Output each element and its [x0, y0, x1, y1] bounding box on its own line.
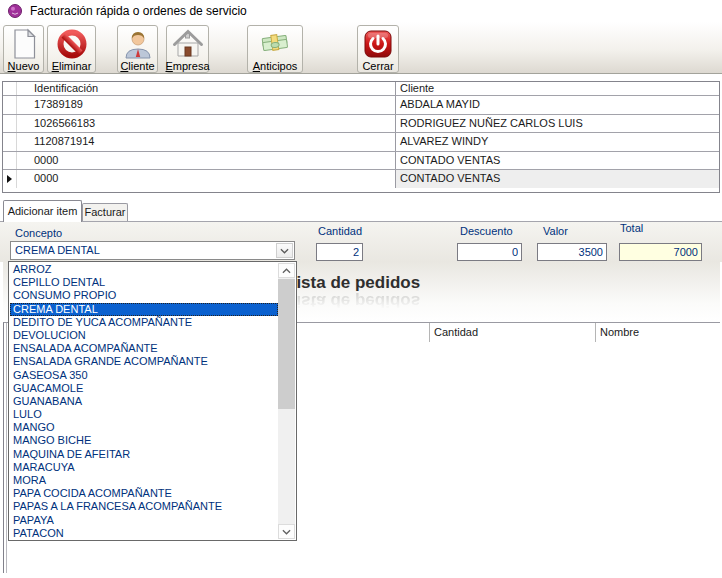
dropdown-option[interactable]: MANGO [10, 421, 278, 434]
pedidos-banner-title: Lista de pedidos [286, 273, 420, 293]
row-indicator-gutter [3, 115, 17, 133]
cell-cliente: ALVAREZ WINDY [396, 133, 719, 151]
dropdown-option[interactable]: CONSUMO PROPIO [10, 289, 278, 302]
dropdown-option[interactable]: MORA [10, 474, 278, 487]
table-row[interactable]: 17389189ABDALA MAYID [3, 95, 719, 114]
client-icon [122, 28, 154, 60]
dropdown-option[interactable]: PAPAYA [10, 514, 278, 527]
cell-identificacion: 1120871914 [17, 133, 396, 151]
pedidos-column-nombre: Nombre [595, 323, 720, 342]
title-bar: Facturación rápida o ordenes de servicio [0, 0, 722, 22]
column-header-cliente: Cliente [396, 82, 719, 95]
dropdown-option[interactable]: DEVOLUCION [10, 329, 278, 342]
anticipos-button[interactable]: Anticipos [247, 25, 303, 73]
current-row-arrow-icon [7, 175, 12, 183]
cliente-button[interactable]: Cliente [117, 25, 158, 73]
concepto-combobox-value: CREMA DENTAL [15, 244, 100, 256]
row-indicator-gutter [3, 133, 17, 151]
dropdown-option[interactable]: MANGO BICHE [10, 434, 278, 447]
scrollbar-thumb[interactable] [278, 279, 295, 409]
cell-cliente: CONTADO VENTAS [396, 152, 719, 170]
toolbar-button-label: Cliente [120, 60, 154, 72]
company-icon [172, 28, 204, 60]
dropdown-option[interactable]: ENSALADA GRANDE ACOMPAÑANTE [10, 355, 278, 368]
table-row[interactable]: 0000CONTADO VENTAS [3, 169, 719, 188]
pedidos-column-cantidad: Cantidad [429, 323, 595, 342]
cantidad-input[interactable] [316, 243, 363, 261]
dropdown-option[interactable]: CEPILLO DENTAL [10, 276, 278, 289]
dropdown-option[interactable]: MARACUYA [10, 461, 278, 474]
column-header-identificacion: Identificación [17, 82, 396, 95]
cell-identificacion: 1026566183 [17, 115, 396, 133]
clients-grid-rows: 17389189ABDALA MAYID1026566183RODRIGUEZ … [3, 95, 719, 188]
money-icon [259, 28, 291, 60]
concepto-combobox[interactable]: CREMA DENTAL [10, 241, 295, 260]
scroll-down-icon[interactable] [278, 524, 295, 539]
cell-cliente: ABDALA MAYID [396, 96, 719, 114]
window-title: Facturación rápida o ordenes de servicio [30, 4, 247, 18]
descuento-input[interactable] [457, 243, 522, 261]
power-icon [362, 28, 394, 60]
eliminar-button[interactable]: Eliminar [47, 25, 96, 73]
toolbar-button-label: Eliminar [52, 60, 92, 72]
chevron-down-icon[interactable] [276, 243, 293, 258]
clients-grid[interactable]: Identificación Cliente 17389189ABDALA MA… [2, 81, 720, 193]
table-row[interactable]: 1120871914ALVAREZ WINDY [3, 132, 719, 151]
descuento-label: Descuento [460, 225, 513, 237]
cerrar-button[interactable]: Cerrar [357, 25, 399, 73]
valor-input[interactable] [537, 243, 607, 261]
row-indicator-gutter [3, 170, 17, 188]
dropdown-option[interactable]: GASEOSA 350 [10, 369, 278, 382]
cell-identificacion: 17389189 [17, 96, 396, 114]
dropdown-option[interactable]: GUACAMOLE [10, 382, 278, 395]
tab-facturar[interactable]: Facturar [82, 203, 128, 221]
empresa-button[interactable]: Empresa [166, 25, 209, 73]
scroll-up-icon[interactable] [278, 263, 295, 278]
delete-icon [56, 28, 88, 60]
dropdown-option[interactable]: DEDITO DE YUCA ACOMPAÑANTE [10, 316, 278, 329]
cell-identificacion: 0000 [17, 152, 396, 170]
row-indicator-gutter [3, 152, 17, 170]
nuevo-button[interactable]: Nuevo [3, 25, 44, 73]
toolbar-button-label: Cerrar [362, 60, 393, 72]
dropdown-option[interactable]: LULO [10, 408, 278, 421]
clients-grid-header: Identificación Cliente [3, 82, 719, 95]
toolbar-button-label: Empresa [165, 60, 209, 72]
dropdown-option[interactable]: GUANABANA [10, 395, 278, 408]
toolbar-button-label: Nuevo [8, 60, 40, 72]
dropdown-items: ARROZCEPILLO DENTALCONSUMO PROPIOCREMA D… [10, 263, 278, 540]
toolbar: NuevoEliminarClienteEmpresaAnticiposCerr… [0, 22, 722, 74]
concepto-label: Concepto [15, 227, 62, 239]
dropdown-option[interactable]: PAPA COCIDA ACOMPAÑANTE [10, 487, 278, 500]
concepto-dropdown-list[interactable]: ARROZCEPILLO DENTALCONSUMO PROPIOCREMA D… [8, 261, 297, 541]
toolbar-button-label: Anticipos [253, 60, 298, 72]
grid-gutter [3, 82, 17, 95]
table-row[interactable]: 0000CONTADO VENTAS [3, 151, 719, 170]
dropdown-option[interactable]: MAQUINA DE AFEITAR [10, 448, 278, 461]
cell-cliente: RODRIGUEZ NUÑEZ CARLOS LUIS [396, 115, 719, 133]
app-icon [7, 3, 23, 19]
dropdown-option[interactable]: ENSALADA ACOMPAÑANTE [10, 342, 278, 355]
pedidos-banner-reflection: Lista de pedidos [286, 291, 420, 311]
dropdown-option[interactable]: PAPAS A LA FRANCESA ACOMPAÑANTE [10, 500, 278, 513]
new-document-icon [8, 28, 40, 60]
valor-label: Valor [543, 225, 568, 237]
row-indicator-gutter [3, 96, 17, 114]
dropdown-scrollbar[interactable] [278, 263, 295, 539]
dropdown-option[interactable]: CREMA DENTAL [10, 303, 278, 316]
table-row[interactable]: 1026566183RODRIGUEZ NUÑEZ CARLOS LUIS [3, 114, 719, 133]
dropdown-option[interactable]: ARROZ [10, 263, 278, 276]
tab-adicionar-item[interactable]: Adicionar item [3, 200, 82, 222]
dropdown-option[interactable]: PATACON [10, 527, 278, 540]
cantidad-label: Cantidad [318, 225, 362, 237]
total-input[interactable] [619, 243, 702, 261]
cell-cliente: CONTADO VENTAS [396, 170, 719, 188]
total-label: Total [620, 222, 643, 234]
cell-identificacion: 0000 [17, 170, 396, 188]
